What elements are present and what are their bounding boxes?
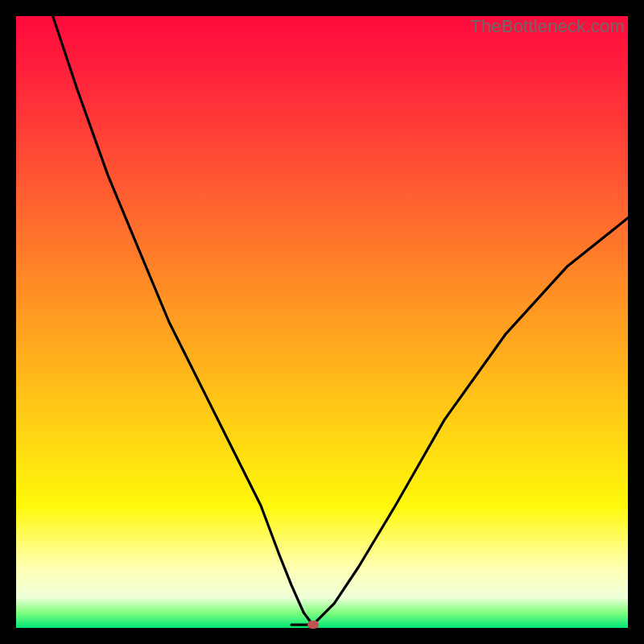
bottleneck-curve xyxy=(16,16,628,628)
minimum-marker xyxy=(308,621,319,629)
watermark-text: TheBottleneck.com xyxy=(470,16,625,37)
chart-frame: TheBottleneck.com xyxy=(16,16,628,628)
